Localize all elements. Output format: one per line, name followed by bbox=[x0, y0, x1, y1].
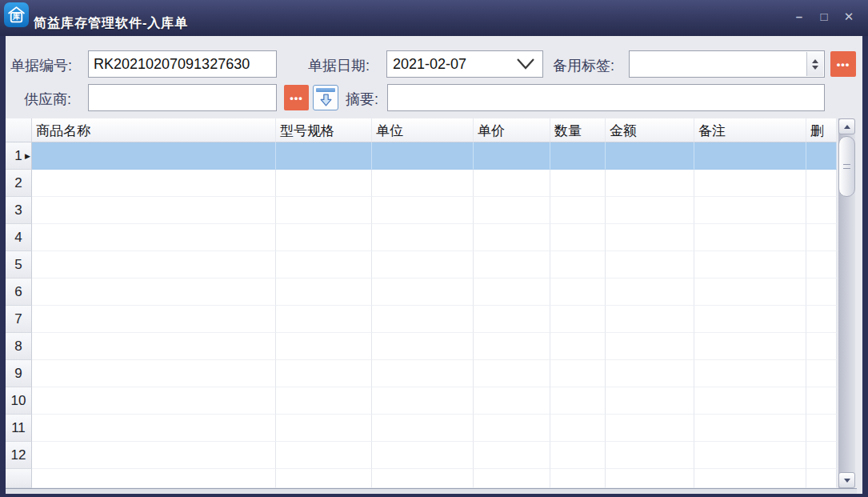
cell-del[interactable] bbox=[806, 415, 837, 442]
cell-amount[interactable] bbox=[606, 442, 694, 469]
cell-qty[interactable] bbox=[550, 306, 606, 333]
cell-unit[interactable] bbox=[372, 469, 474, 488]
cell-note[interactable] bbox=[694, 279, 806, 306]
cell-amount[interactable] bbox=[606, 306, 694, 333]
cell-note[interactable] bbox=[694, 142, 806, 170]
cell-note[interactable] bbox=[694, 333, 806, 360]
cell-spec[interactable] bbox=[276, 142, 372, 170]
row-number[interactable]: 6 bbox=[6, 279, 32, 306]
cell-amount[interactable] bbox=[606, 279, 694, 306]
cell-unit[interactable] bbox=[372, 197, 474, 224]
cell-qty[interactable] bbox=[550, 333, 606, 360]
cell-price[interactable] bbox=[474, 279, 550, 306]
cell-del[interactable] bbox=[806, 469, 837, 488]
cell-del[interactable] bbox=[806, 197, 837, 224]
cell-note[interactable] bbox=[694, 442, 806, 469]
cell-amount[interactable] bbox=[606, 224, 694, 251]
doc-date-combobox[interactable]: 2021-02-07 bbox=[386, 50, 543, 78]
cell-name[interactable] bbox=[32, 415, 276, 442]
cell-spec[interactable] bbox=[276, 360, 372, 387]
row-number[interactable]: 8 bbox=[6, 333, 32, 360]
minimize-button[interactable]: – bbox=[791, 9, 807, 25]
table-row[interactable]: 8 bbox=[6, 333, 837, 360]
cell-del[interactable] bbox=[806, 224, 837, 251]
cell-price[interactable] bbox=[474, 251, 550, 279]
cell-name[interactable] bbox=[32, 360, 276, 387]
cell-amount[interactable] bbox=[606, 197, 694, 224]
cell-spec[interactable] bbox=[276, 415, 372, 442]
cell-price[interactable] bbox=[474, 387, 550, 415]
cell-price[interactable] bbox=[474, 306, 550, 333]
cell-note[interactable] bbox=[694, 415, 806, 442]
cell-price[interactable] bbox=[474, 197, 550, 224]
supplier-input[interactable] bbox=[88, 84, 277, 111]
cell-unit[interactable] bbox=[372, 170, 474, 197]
cell-name[interactable] bbox=[32, 170, 276, 197]
cell-del[interactable] bbox=[806, 360, 837, 387]
cell-amount[interactable] bbox=[606, 251, 694, 279]
scroll-down-button[interactable] bbox=[838, 472, 855, 488]
cell-del[interactable] bbox=[806, 387, 837, 415]
table-row[interactable]: 11 bbox=[6, 415, 837, 442]
cell-spec[interactable] bbox=[276, 251, 372, 279]
column-header-name[interactable]: 商品名称 bbox=[32, 118, 276, 142]
cell-name[interactable] bbox=[32, 251, 276, 279]
supplier-fill-down-button[interactable] bbox=[313, 85, 338, 110]
cell-qty[interactable] bbox=[550, 142, 606, 170]
cell-unit[interactable] bbox=[372, 224, 474, 251]
cell-amount[interactable] bbox=[606, 469, 694, 488]
cell-spec[interactable] bbox=[276, 387, 372, 415]
column-header-qty[interactable]: 数量 bbox=[550, 118, 606, 142]
row-number[interactable] bbox=[6, 469, 32, 488]
spare-tag-more-button[interactable]: ••• bbox=[830, 51, 856, 77]
cell-price[interactable] bbox=[474, 442, 550, 469]
cell-qty[interactable] bbox=[550, 415, 606, 442]
maximize-button[interactable]: □ bbox=[816, 9, 832, 25]
row-number[interactable]: 10 bbox=[6, 387, 32, 415]
cell-amount[interactable] bbox=[606, 415, 694, 442]
table-row[interactable]: 9 bbox=[6, 360, 837, 387]
doc-number-input[interactable] bbox=[88, 50, 277, 78]
cell-qty[interactable] bbox=[550, 251, 606, 279]
cell-amount[interactable] bbox=[606, 387, 694, 415]
vertical-scrollbar[interactable] bbox=[838, 118, 855, 488]
cell-qty[interactable] bbox=[550, 197, 606, 224]
cell-price[interactable] bbox=[474, 333, 550, 360]
cell-unit[interactable] bbox=[372, 442, 474, 469]
column-header-unit[interactable]: 单位 bbox=[372, 118, 474, 142]
cell-unit[interactable] bbox=[372, 251, 474, 279]
table-row[interactable]: 12 bbox=[6, 442, 837, 469]
cell-del[interactable] bbox=[806, 333, 837, 360]
row-number[interactable]: 2 bbox=[6, 170, 32, 197]
cell-price[interactable] bbox=[474, 415, 550, 442]
cell-del[interactable] bbox=[806, 142, 837, 170]
cell-unit[interactable] bbox=[372, 279, 474, 306]
column-header-del[interactable]: 删 bbox=[806, 118, 837, 142]
cell-unit[interactable] bbox=[372, 333, 474, 360]
cell-spec[interactable] bbox=[276, 306, 372, 333]
cell-amount[interactable] bbox=[606, 170, 694, 197]
cell-price[interactable] bbox=[474, 360, 550, 387]
table-row-partial[interactable] bbox=[6, 469, 837, 488]
row-number[interactable]: 9 bbox=[6, 360, 32, 387]
cell-del[interactable] bbox=[806, 442, 837, 469]
cell-qty[interactable] bbox=[550, 469, 606, 488]
summary-input[interactable] bbox=[387, 84, 825, 111]
cell-qty[interactable] bbox=[550, 224, 606, 251]
cell-qty[interactable] bbox=[550, 279, 606, 306]
scrollbar-thumb[interactable] bbox=[838, 136, 855, 197]
table-row[interactable]: 3 bbox=[6, 197, 837, 224]
cell-name[interactable] bbox=[32, 442, 276, 469]
cell-note[interactable] bbox=[694, 251, 806, 279]
cell-name[interactable] bbox=[32, 279, 276, 306]
row-number[interactable]: 11 bbox=[6, 415, 32, 442]
cell-note[interactable] bbox=[694, 306, 806, 333]
table-corner-cell[interactable] bbox=[6, 118, 32, 142]
cell-name[interactable] bbox=[32, 142, 276, 170]
column-header-note[interactable]: 备注 bbox=[694, 118, 806, 142]
cell-note[interactable] bbox=[694, 224, 806, 251]
cell-note[interactable] bbox=[694, 469, 806, 488]
row-number[interactable]: 1▶ bbox=[6, 142, 32, 170]
scroll-up-button[interactable] bbox=[838, 118, 855, 134]
table-row[interactable]: 6 bbox=[6, 279, 837, 306]
